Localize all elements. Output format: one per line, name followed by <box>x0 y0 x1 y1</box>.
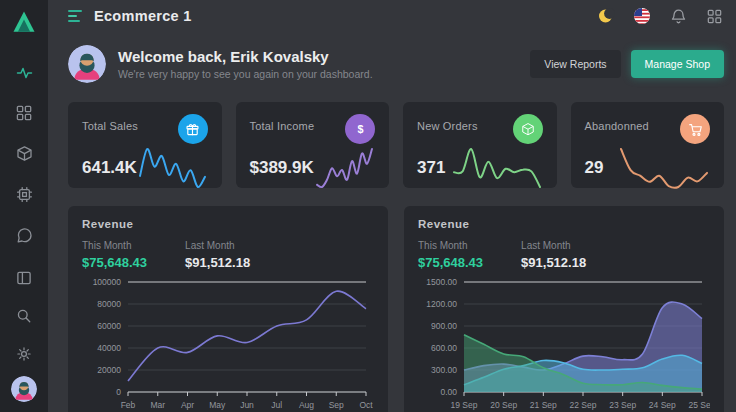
svg-text:24 Sep: 24 Sep <box>649 400 676 410</box>
layout-panel-icon <box>16 270 32 286</box>
stat-cards-row: Total Sales 641.4K Total Income <box>68 102 724 188</box>
svg-text:Jun: Jun <box>240 400 254 410</box>
menu-toggle-button[interactable] <box>68 9 84 23</box>
stat-value: 29 <box>585 158 604 178</box>
svg-text:600.00: 600.00 <box>431 343 457 353</box>
main-content: Ecommerce 1 <box>48 0 736 412</box>
stat-card-total-sales: Total Sales 641.4K <box>68 102 222 188</box>
gear-icon <box>16 346 32 362</box>
sidebar-item-search[interactable] <box>7 300 41 332</box>
sidebar-item-pages[interactable] <box>7 262 41 294</box>
svg-text:100000: 100000 <box>93 277 122 287</box>
svg-text:$: $ <box>357 123 363 135</box>
chat-bubble-icon <box>16 227 33 244</box>
svg-text:40000: 40000 <box>97 343 121 353</box>
last-month-value: $91,512.18 <box>521 255 586 270</box>
svg-text:80000: 80000 <box>97 299 121 309</box>
svg-text:May: May <box>209 400 226 410</box>
svg-text:0.00: 0.00 <box>440 387 457 397</box>
cpu-chip-icon <box>16 186 33 203</box>
sidebar-item-activity[interactable] <box>7 58 41 87</box>
svg-text:1200.00: 1200.00 <box>426 299 457 309</box>
notifications-button[interactable] <box>668 6 688 26</box>
total-income-sparkline <box>314 146 375 190</box>
svg-text:Mar: Mar <box>150 400 165 410</box>
apps-menu-button[interactable] <box>704 6 724 26</box>
package-cube-icon <box>16 145 33 162</box>
this-month-value: $75,648.43 <box>418 255 483 270</box>
sidebar-bottom-group <box>7 262 41 402</box>
dollar-icon: $ <box>353 122 368 137</box>
revenue-line-chart: 020000400006000080000100000FebMarAprMayJ… <box>82 276 374 412</box>
sidebar-item-products[interactable] <box>7 140 41 169</box>
topbar: Ecommerce 1 <box>68 0 724 32</box>
last-month-value: $91,512.18 <box>185 255 250 270</box>
new-orders-sparkline <box>451 146 543 190</box>
sidebar-item-chat[interactable] <box>7 221 41 250</box>
panel-title: Revenue <box>418 218 710 230</box>
svg-text:300.00: 300.00 <box>431 365 457 375</box>
app-logo[interactable] <box>9 8 39 36</box>
this-month-label: This Month <box>418 240 483 251</box>
user-avatar-image <box>11 376 37 402</box>
us-flag-icon <box>633 7 651 25</box>
abandonned-sparkline <box>618 146 710 190</box>
last-month-label: Last Month <box>185 240 250 251</box>
stat-value: 371 <box>417 158 445 178</box>
svg-text:60000: 60000 <box>97 321 121 331</box>
stat-card-abandonned: Abandonned 29 <box>571 102 725 188</box>
welcome-text: Welcome back, Erik Kovalsky We're very h… <box>118 48 373 80</box>
this-month-label: This Month <box>82 240 147 251</box>
cart-icon <box>688 122 703 137</box>
panel-title: Revenue <box>82 218 374 230</box>
svg-text:Apr: Apr <box>181 400 194 410</box>
welcome-actions: View Reports Manage Shop <box>530 50 724 78</box>
triangle-logo-icon <box>10 8 38 36</box>
sidebar-user-avatar[interactable] <box>11 376 37 402</box>
sidebar-item-settings[interactable] <box>7 338 41 370</box>
last-month-label: Last Month <box>521 240 586 251</box>
view-reports-button[interactable]: View Reports <box>530 50 620 78</box>
revenue-panel-daily: Revenue This Month $75,648.43 Last Month… <box>404 206 724 412</box>
welcome-banner: Welcome back, Erik Kovalsky We're very h… <box>68 42 724 86</box>
user-avatar <box>68 45 106 83</box>
stat-card-new-orders: New Orders 371 <box>403 102 557 188</box>
svg-text:Jul: Jul <box>271 400 282 410</box>
svg-text:20000: 20000 <box>97 365 121 375</box>
user-avatar-image <box>68 45 106 83</box>
sidebar-item-system[interactable] <box>7 180 41 209</box>
stat-icon-badge <box>178 114 208 144</box>
svg-text:0: 0 <box>116 387 121 397</box>
stat-card-total-income: Total Income $ $389.9K <box>236 102 390 188</box>
activity-pulse-icon <box>16 64 33 81</box>
welcome-title: Welcome back, Erik Kovalsky <box>118 48 373 65</box>
sidebar-item-dashboard[interactable] <box>7 99 41 128</box>
hamburger-menu-icon <box>68 9 84 23</box>
svg-text:Aug: Aug <box>299 400 314 410</box>
stat-icon-badge <box>680 114 710 144</box>
this-month-value: $75,648.43 <box>82 255 147 270</box>
svg-text:900.00: 900.00 <box>431 321 457 331</box>
package-icon <box>521 122 535 136</box>
stat-value: 641.4K <box>82 158 137 178</box>
svg-text:Oct: Oct <box>359 400 373 410</box>
svg-text:22 Sep: 22 Sep <box>570 400 597 410</box>
language-selector[interactable] <box>632 6 652 26</box>
revenue-panel-monthly: Revenue This Month $75,648.43 Last Month… <box>68 206 388 412</box>
revenue-panels-row: Revenue This Month $75,648.43 Last Month… <box>68 206 724 412</box>
revenue-area-chart: 0.00300.00600.00900.001200.001500.0019 S… <box>418 276 710 412</box>
svg-text:23 Sep: 23 Sep <box>609 400 636 410</box>
svg-text:Feb: Feb <box>121 400 136 410</box>
gift-icon <box>185 122 200 137</box>
topbar-actions <box>596 6 724 26</box>
manage-shop-button[interactable]: Manage Shop <box>631 50 724 78</box>
stat-label: Total Sales <box>82 120 138 132</box>
moon-icon <box>597 7 615 25</box>
app-window: Ecommerce 1 <box>0 0 736 412</box>
stat-value: $389.9K <box>250 158 314 178</box>
welcome-subtitle: We're very happy to see you again on you… <box>118 68 373 80</box>
page-title: Ecommerce 1 <box>94 8 192 24</box>
theme-toggle-button[interactable] <box>596 6 616 26</box>
total-sales-sparkline <box>137 146 208 190</box>
svg-text:1500.00: 1500.00 <box>426 277 457 287</box>
